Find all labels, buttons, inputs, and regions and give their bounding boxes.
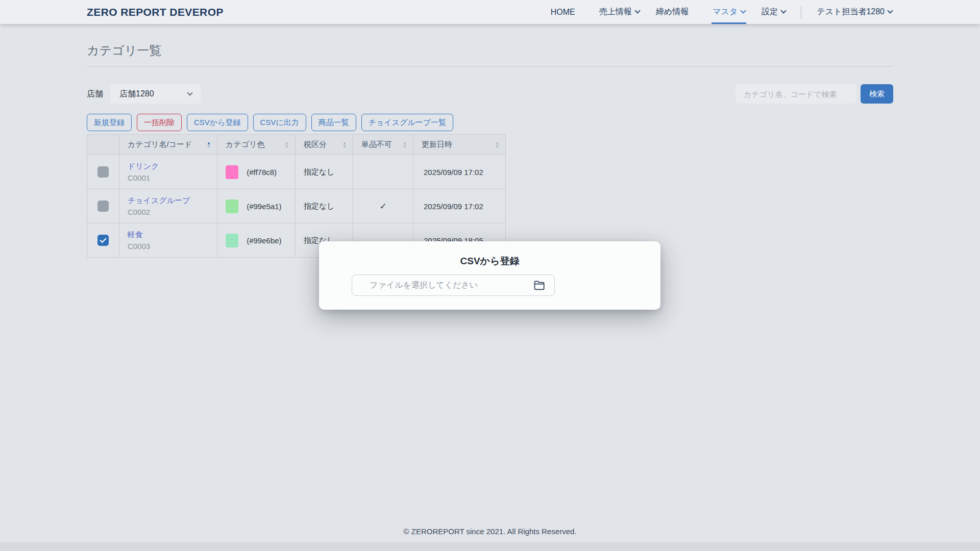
category-code: C0001 [128, 173, 212, 182]
sort-icon[interactable]: ▲ ▼ [207, 141, 211, 148]
nav-item[interactable]: マスタ [712, 0, 746, 24]
column-header-label: カテゴリ色 [226, 140, 264, 149]
page-title: カテゴリ一覧 [87, 24, 893, 59]
sort-desc-icon: ▼ [207, 145, 211, 148]
nav-item-label: 締め情報 [656, 7, 689, 17]
column-header-label: カテゴリ名/コード [128, 140, 192, 149]
sort-desc-icon: ▼ [403, 145, 407, 148]
action-button[interactable]: 新規登録 [87, 114, 132, 131]
category-name-link[interactable]: チョイスグループ [128, 196, 190, 206]
nav-item[interactable]: 売上情報 [598, 0, 641, 24]
action-button[interactable]: チョイスグループ一覧 [361, 114, 453, 131]
sort-icon[interactable]: ▲ ▼ [285, 141, 289, 148]
sort-icon[interactable]: ▲ ▼ [342, 141, 347, 148]
updated-at-cell: 2025/09/09 17:02 [413, 189, 506, 223]
column-header[interactable]: カテゴリ色 ▲ ▼ [217, 135, 296, 155]
top-navbar: ZERO REPORT DEVEROP HOME 売上情報 締め情報 マスタ [0, 0, 980, 24]
sort-icon[interactable]: ▲ ▼ [403, 141, 407, 148]
nav-item-label: 売上情報 [599, 7, 632, 17]
tax-division-cell: 指定なし [296, 189, 353, 223]
category-color-swatch [226, 199, 238, 213]
sort-icon[interactable]: ▲ ▼ [495, 141, 499, 148]
category-color-label: (#99e6be) [247, 236, 281, 245]
action-button[interactable]: CSVから登録 [187, 114, 248, 131]
file-select-input[interactable]: ファイルを選択してください [352, 274, 555, 296]
nav-divider [801, 6, 801, 19]
search-group: 検索 [736, 84, 893, 104]
action-buttons: 新規登録 一括削除 CSVから登録 CSVに出力 商品一覧 チョイスグループ一覧 [87, 114, 893, 131]
chevron-down-icon [634, 8, 640, 13]
nav-item[interactable]: HOME [550, 0, 584, 24]
csv-upload-modal: CSVから登録 ファイルを選択してください [319, 241, 660, 310]
chevron-down-icon [781, 8, 787, 13]
nav-item-label: マスタ [713, 7, 738, 17]
category-name-link[interactable]: 軽食 [128, 230, 143, 240]
folder-icon[interactable] [533, 280, 545, 291]
select-all-header-cell [87, 135, 119, 155]
user-menu[interactable]: テスト担当者1280 [816, 5, 893, 19]
column-header-label: 単品不可 [361, 140, 392, 149]
column-header[interactable]: 税区分 ▲ ▼ [296, 135, 353, 155]
chevron-down-icon [187, 90, 192, 95]
store-select[interactable]: 店舗1280 [110, 84, 201, 104]
chevron-down-icon [887, 8, 893, 13]
nav-item-label: 設定 [762, 7, 778, 17]
modal-title: CSVから登録 [319, 255, 660, 268]
category-color-label: (#99e5a1) [247, 202, 281, 211]
table-row: ドリンク C0001 (#ff78c8) 指定なし ✓ 2025/09/09 1… [87, 155, 506, 189]
column-header-label: 税区分 [304, 140, 327, 149]
column-header[interactable]: 単品不可 ▲ ▼ [353, 135, 413, 155]
action-button[interactable]: CSVに出力 [253, 114, 306, 131]
tax-division-cell: 指定なし [296, 155, 353, 189]
column-header[interactable]: 更新日時 ▲ ▼ [413, 135, 506, 155]
search-button[interactable]: 検索 [861, 84, 893, 104]
footer-copyright: © ZEROREPORT since 2021. All Rights Rese… [0, 527, 980, 536]
store-select-value: 店舗1280 [119, 89, 154, 99]
table-header-row: カテゴリ名/コード ▲ ▼ カテゴリ色 ▲ [87, 135, 506, 155]
updated-at-cell: 2025/09/09 17:02 [413, 155, 506, 189]
store-label: 店舗 [87, 89, 103, 99]
single-item-check-icon: ✓ [379, 202, 386, 211]
category-color-swatch [226, 165, 238, 179]
sort-desc-icon: ▼ [285, 145, 289, 148]
sort-desc-icon: ▼ [495, 145, 499, 148]
category-color-label: (#ff78c8) [247, 168, 277, 177]
category-color-swatch [226, 234, 238, 247]
action-button[interactable]: 商品一覧 [311, 114, 356, 131]
user-menu-label: テスト担当者1280 [817, 7, 885, 17]
category-code: C0003 [128, 242, 212, 251]
action-button[interactable]: 一括削除 [137, 114, 182, 131]
category-name-link[interactable]: ドリンク [128, 162, 159, 171]
row-checkbox[interactable] [97, 235, 109, 246]
search-input[interactable] [736, 84, 856, 104]
main-nav: HOME 売上情報 締め情報 マスタ 設定 [550, 0, 787, 24]
file-select-placeholder: ファイルを選択してください [370, 280, 478, 291]
nav-item[interactable]: 締め情報 [655, 0, 697, 24]
chevron-down-icon [741, 8, 746, 13]
column-header[interactable]: カテゴリ名/コード ▲ ▼ [119, 135, 217, 155]
nav-item[interactable]: 設定 [761, 0, 787, 24]
category-table: カテゴリ名/コード ▲ ▼ カテゴリ色 ▲ [87, 134, 506, 258]
nav-item-label: HOME [551, 8, 575, 17]
category-code: C0002 [128, 208, 212, 216]
filter-row: 店舗 店舗1280 検索 [87, 84, 893, 104]
row-checkbox[interactable] [97, 201, 109, 212]
table-row: チョイスグループ C0002 (#99e5a1) 指定なし ✓ 2025/09/… [87, 189, 506, 223]
column-header-label: 更新日時 [422, 140, 452, 149]
row-checkbox[interactable] [97, 166, 109, 178]
app-brand[interactable]: ZERO REPORT DEVEROP [87, 6, 224, 18]
title-divider [87, 66, 893, 67]
sort-desc-icon: ▼ [342, 145, 347, 148]
